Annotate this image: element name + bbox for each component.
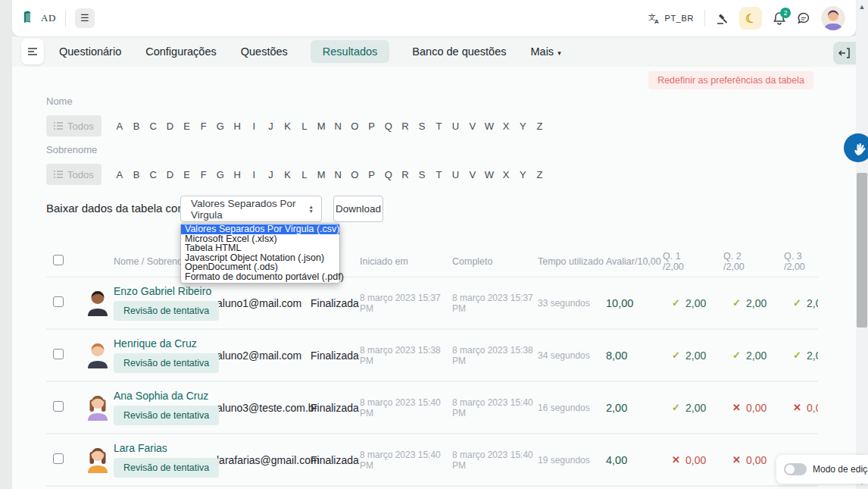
letter-filter-X[interactable]: X	[498, 121, 514, 132]
letter-filter-S[interactable]: S	[414, 169, 430, 180]
student-name-link[interactable]: Lara Farias	[114, 442, 217, 454]
tab-mais[interactable]: Mais▾	[529, 40, 563, 63]
tab-banco-de-quest-es[interactable]: Banco de questões	[411, 40, 507, 63]
letter-filter-C[interactable]: C	[145, 121, 161, 132]
letter-filter-N[interactable]: N	[329, 169, 346, 180]
letter-filter-I[interactable]: I	[245, 121, 262, 132]
letter-filter-P[interactable]: P	[364, 121, 380, 132]
select-all-checkbox[interactable]	[53, 255, 64, 265]
letter-filter-O[interactable]: O	[346, 169, 363, 180]
letter-filter-V[interactable]: V	[464, 169, 481, 180]
course-index-toggle[interactable]	[21, 39, 44, 64]
scroll-up-icon[interactable]: ▲	[856, 2, 868, 12]
column-header[interactable]: Q. 2/2,00	[712, 251, 773, 272]
download-button[interactable]: Download	[333, 196, 383, 222]
letter-filter-Y[interactable]: Y	[514, 121, 531, 132]
student-name-link[interactable]: Enzo Gabriel Ribeiro	[114, 285, 217, 297]
column-header[interactable]: Avaliar/10,00	[606, 256, 651, 267]
surname-filter-all-button[interactable]: Todos	[46, 164, 101, 185]
dropdown-option[interactable]: Formato de documento portável (.pdf)	[181, 272, 339, 282]
letter-filter-J[interactable]: J	[262, 169, 279, 180]
vlibras-accessibility-button[interactable]	[844, 133, 868, 162]
scrollbar-thumb[interactable]	[857, 173, 867, 328]
student-name-link[interactable]: Henrique da Cruz	[114, 337, 217, 350]
letter-filter-G[interactable]: G	[212, 169, 229, 180]
column-header[interactable]: Q. 1/2,00	[651, 251, 712, 272]
letter-filter-K[interactable]: K	[279, 169, 296, 180]
letter-filter-D[interactable]: D	[161, 121, 178, 132]
ead-logo[interactable]: AD	[21, 9, 56, 27]
letter-filter-A[interactable]: A	[111, 169, 128, 180]
letter-filter-Q[interactable]: Q	[380, 169, 397, 180]
letter-filter-M[interactable]: M	[313, 169, 329, 180]
letter-filter-P[interactable]: P	[364, 169, 380, 180]
review-attempt-button[interactable]: Revisão de tentativa	[114, 301, 219, 321]
letter-filter-C[interactable]: C	[145, 169, 161, 180]
letter-filter-Z[interactable]: Z	[531, 169, 548, 180]
row-checkbox[interactable]	[53, 453, 64, 464]
open-block-drawer-button[interactable]	[833, 42, 856, 64]
letter-filter-T[interactable]: T	[430, 121, 447, 132]
letter-filter-U[interactable]: U	[447, 121, 464, 132]
letter-filter-A[interactable]: A	[111, 121, 128, 132]
letter-filter-F[interactable]: F	[195, 169, 212, 180]
column-header[interactable]: Completo	[452, 256, 538, 267]
letter-filter-R[interactable]: R	[397, 169, 414, 180]
tab-question-rio[interactable]: Questionário	[58, 40, 123, 63]
letter-filter-D[interactable]: D	[161, 169, 178, 180]
messages-button[interactable]	[797, 11, 810, 25]
student-name-link[interactable]: Ana Sophia da Cruz	[114, 390, 217, 402]
tab-quest-es[interactable]: Questões	[239, 40, 289, 63]
dropdown-option[interactable]: Tabela HTML	[181, 243, 339, 253]
language-selector[interactable]: 文 A PT_BR	[648, 12, 694, 24]
letter-filter-R[interactable]: R	[397, 121, 414, 132]
tab-configura-es[interactable]: Configurações	[144, 40, 218, 63]
letter-filter-L[interactable]: L	[296, 121, 313, 132]
review-attempt-button[interactable]: Revisão de tentativa	[114, 458, 219, 478]
dropdown-option[interactable]: Valores Separados Por Virgula (.csv)	[181, 224, 339, 234]
letter-filter-U[interactable]: U	[447, 169, 464, 180]
hamburger-menu-icon[interactable]: ☰	[75, 8, 95, 28]
letter-filter-B[interactable]: B	[128, 121, 145, 132]
letter-filter-N[interactable]: N	[329, 121, 346, 132]
letter-filter-B[interactable]: B	[128, 169, 145, 180]
review-attempt-button[interactable]: Revisão de tentativa	[114, 406, 219, 425]
column-header[interactable]: Iniciado em	[360, 256, 452, 267]
notifications-button[interactable]: 2	[773, 11, 786, 25]
letter-filter-T[interactable]: T	[430, 169, 447, 180]
letter-filter-L[interactable]: L	[296, 169, 313, 180]
dark-mode-toggle[interactable]: ☾	[739, 7, 762, 30]
letter-filter-J[interactable]: J	[262, 121, 279, 132]
user-avatar[interactable]	[821, 6, 845, 30]
letter-filter-S[interactable]: S	[414, 121, 430, 132]
letter-filter-I[interactable]: I	[245, 169, 262, 180]
letter-filter-E[interactable]: E	[178, 121, 195, 132]
letter-filter-H[interactable]: H	[229, 169, 245, 180]
letter-filter-V[interactable]: V	[464, 121, 481, 132]
letter-filter-Q[interactable]: Q	[380, 121, 397, 132]
letter-filter-W[interactable]: W	[481, 121, 498, 132]
review-attempt-button[interactable]: Revisão de tentativa	[114, 353, 219, 373]
letter-filter-W[interactable]: W	[481, 169, 498, 180]
export-format-select[interactable]: Valores Separados Por Virgula ▲▼	[180, 196, 322, 222]
letter-filter-F[interactable]: F	[195, 121, 212, 132]
letter-filter-E[interactable]: E	[178, 169, 195, 180]
letter-filter-Z[interactable]: Z	[531, 121, 548, 132]
letter-filter-H[interactable]: H	[229, 121, 245, 132]
column-header[interactable]: Tempo utilizado	[538, 256, 606, 267]
letter-filter-K[interactable]: K	[279, 121, 296, 132]
page-scrollbar[interactable]: ▲ ▼	[856, 0, 868, 489]
letter-filter-G[interactable]: G	[212, 121, 229, 132]
row-checkbox[interactable]	[53, 296, 64, 307]
letter-filter-O[interactable]: O	[346, 121, 363, 132]
letter-filter-Y[interactable]: Y	[514, 169, 531, 180]
edit-mode-toggle[interactable]	[784, 463, 807, 475]
row-checkbox[interactable]	[53, 401, 64, 412]
column-header[interactable]: Q. 3/2,00	[773, 251, 818, 272]
letter-filter-M[interactable]: M	[313, 121, 329, 132]
row-checkbox[interactable]	[53, 349, 64, 359]
tab-resultados[interactable]: Resultados	[311, 40, 390, 63]
name-filter-all-button[interactable]: Todos	[46, 115, 101, 136]
reset-table-preferences-button[interactable]: Redefinir as preferências da tabela	[648, 71, 813, 89]
letter-filter-X[interactable]: X	[498, 169, 514, 180]
